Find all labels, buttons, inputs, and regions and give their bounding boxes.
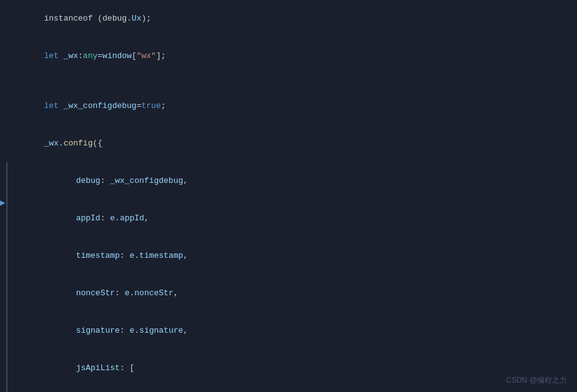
code-line <box>0 75 577 87</box>
code-line: timestamp: e.timestamp, <box>0 237 577 275</box>
code-line: // 所有要调用的 API 都要加到这个列表中 <box>0 387 577 392</box>
code-line: nonceStr: e.nonceStr, <box>0 275 577 312</box>
watermark: CSDN @编程之力 <box>506 375 567 386</box>
code-line: jsApiList: [ <box>0 350 577 387</box>
code-line: let _wx_configdebug=true; <box>0 87 577 125</box>
code-line: _wx.config({ <box>0 125 577 162</box>
code-area: instanceof (debug.Ux); let _wx:any=windo… <box>0 0 577 392</box>
code-line: let _wx:any=window["wx"]; <box>0 37 577 75</box>
code-line: appId: e.appId, <box>0 200 577 237</box>
code-line: debug: _wx_configdebug, <box>0 162 577 200</box>
code-line: signature: e.signature, <box>0 312 577 350</box>
code-line: instanceof (debug.Ux); <box>0 0 577 37</box>
arrow-indicator: ▶ <box>0 197 5 208</box>
editor-container: instanceof (debug.Ux); let _wx:any=windo… <box>0 0 577 392</box>
